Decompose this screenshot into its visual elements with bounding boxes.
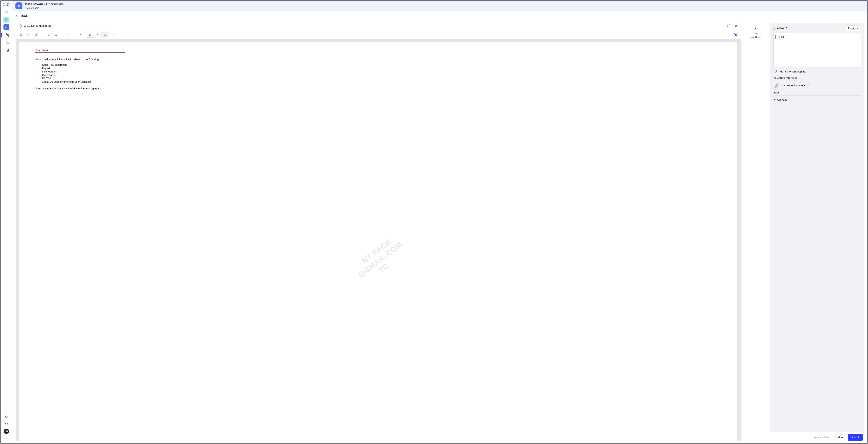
watermark: NT PACK @GMAIL.COM TC (347, 233, 409, 289)
breadcrumb: Data Room / Documents (25, 2, 64, 6)
svg-rect-2 (7, 11, 8, 11)
submit-button[interactable]: Submit (848, 434, 863, 441)
svg-rect-11 (5, 424, 5, 425)
caret-down-icon (857, 27, 859, 29)
page-note: Note – Include Occupancy and ADR trend a… (35, 87, 721, 90)
brand-logo: virtual vaults (2, 2, 10, 7)
question-reference-title: Question reference (773, 75, 861, 81)
prev-page-icon[interactable] (78, 32, 83, 37)
user-icon (753, 26, 757, 30)
apps-grid-icon[interactable] (3, 9, 9, 15)
tree-icon[interactable] (4, 32, 10, 38)
notifications-icon[interactable] (3, 413, 9, 419)
rotate-right-icon[interactable] (54, 32, 59, 37)
page-canvas[interactable]: Hotel Name This should include informati… (16, 39, 741, 441)
page-intro: This should include information in relat… (35, 58, 721, 61)
svg-rect-17 (736, 34, 737, 35)
svg-rect-1 (6, 11, 7, 11)
question-title: Question * (773, 27, 787, 30)
qa-icon[interactable] (4, 39, 10, 45)
svg-rect-16 (734, 33, 735, 34)
page-bullet-list: Sales – by department Payroll F&B Margin… (35, 63, 721, 83)
close-icon[interactable] (733, 23, 739, 29)
svg-point-15 (67, 34, 69, 35)
user-name-label: User Name (750, 36, 761, 38)
fit-width-icon[interactable] (26, 32, 31, 37)
svg-rect-18 (736, 35, 737, 36)
svg-rect-4 (6, 12, 7, 12)
workspace-badge[interactable]: ws (3, 16, 9, 23)
back-button[interactable]: Back (16, 11, 864, 20)
svg-rect-5 (7, 12, 8, 12)
save-draft-button[interactable]: Save as draft (812, 435, 830, 440)
svg-rect-7 (8, 34, 8, 35)
document-name: 2.1.2 Demo document (24, 24, 51, 27)
pdf-file-icon: PDF (774, 83, 778, 88)
project-name: Project name (25, 7, 64, 9)
add-tags-button[interactable]: + Add tags (773, 97, 861, 102)
page-heading: Hotel Name (35, 49, 125, 53)
question-textarea[interactable]: [Qr-p3] (773, 33, 861, 67)
support-headset-icon[interactable] (3, 421, 9, 427)
expand-rail-icon[interactable] (3, 436, 9, 441)
search-icon[interactable] (66, 32, 71, 37)
svg-rect-3 (5, 12, 6, 12)
dataroom-badge[interactable]: dr (3, 24, 9, 30)
report-icon[interactable] (4, 47, 10, 53)
svg-rect-6 (6, 34, 7, 34)
svg-rect-12 (7, 424, 8, 425)
page-total: 11 (100, 32, 109, 38)
tags-title: Tags (773, 89, 861, 95)
assign-button[interactable]: Assign (834, 435, 844, 440)
zoom-in-icon[interactable] (34, 32, 39, 37)
plus-icon: + (774, 98, 776, 101)
arrow-left-icon (16, 14, 20, 18)
svg-point-19 (755, 27, 756, 28)
header-bar: dr Data Room / Documents Project name (12, 1, 867, 11)
rotate-left-icon[interactable] (46, 32, 51, 37)
link-icon (774, 70, 777, 73)
fullscreen-icon[interactable] (726, 23, 732, 29)
document-page: Hotel Name This should include informati… (19, 42, 737, 441)
add-link-current-page[interactable]: Add link to current page (773, 67, 861, 75)
pdf-file-icon: PDF (19, 24, 22, 28)
status-label: Draft (753, 32, 758, 35)
page-separator: / (97, 33, 98, 36)
svg-rect-8 (8, 36, 8, 36)
outline-tree-icon[interactable] (733, 32, 738, 37)
priority-dropdown[interactable]: Priority (846, 26, 861, 31)
next-page-icon[interactable] (112, 32, 117, 37)
svg-rect-0 (5, 11, 6, 11)
question-reference-chip[interactable]: [Qr-p3] (775, 35, 786, 39)
page-number-input[interactable] (86, 32, 94, 38)
zoom-out-icon[interactable] (19, 32, 24, 37)
user-avatar[interactable]: UN (4, 429, 9, 434)
reference-file-row[interactable]: PDF 2.1.2 Demo document.pdf (773, 82, 861, 89)
project-badge: dr (16, 2, 22, 9)
